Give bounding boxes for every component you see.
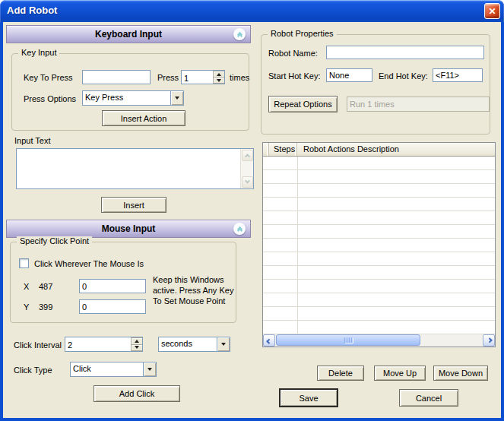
insert-action-button[interactable]: Insert Action <box>102 110 185 126</box>
click-wherever-label: Click Wherever The Mouse Is <box>34 259 144 268</box>
click-interval-input[interactable] <box>65 337 131 351</box>
robot-name-label: Robot Name: <box>268 49 318 58</box>
table-row[interactable] <box>263 280 495 293</box>
cancel-button[interactable]: Cancel <box>399 389 458 407</box>
press-times-input[interactable] <box>182 71 213 84</box>
steps-table-header: Steps Robot Actions Description <box>263 143 495 157</box>
dialog-body: Keyboard Input Key Input Key To Press Pr… <box>3 22 501 418</box>
table-row[interactable] <box>263 266 495 280</box>
times-label: times <box>230 73 249 82</box>
add-robot-dialog: Add Robot ✕ Keyboard Input Key Input Key… <box>0 0 504 421</box>
click-type-select[interactable]: Click <box>70 362 157 377</box>
title-bar: Add Robot ✕ <box>0 0 504 22</box>
input-text-label: Input Text <box>14 136 51 145</box>
close-button[interactable]: ✕ <box>484 3 500 19</box>
scrollbar-track[interactable] <box>275 334 483 347</box>
press-options-label: Press Options <box>24 94 76 103</box>
click-interval-label: Click Interval <box>14 340 62 350</box>
scroll-up-arrow-icon[interactable] <box>242 150 253 161</box>
close-icon: ✕ <box>488 6 496 17</box>
start-hot-key-label: Start Hot Key: <box>268 71 320 81</box>
robot-properties-label: Robot Properties <box>268 29 337 38</box>
dropdown-arrow-icon[interactable] <box>170 91 183 105</box>
x-input[interactable] <box>79 279 146 293</box>
click-type-value: Click <box>71 362 143 376</box>
input-text-area-wrap <box>16 148 254 189</box>
click-type-label: Click Type <box>14 366 52 375</box>
end-hot-key-label: End Hot Key: <box>379 71 428 81</box>
interval-unit-value: seconds <box>159 337 217 351</box>
x-label: X <box>24 282 29 291</box>
scroll-right-arrow-icon[interactable] <box>483 334 495 347</box>
dropdown-arrow-icon[interactable] <box>143 362 156 376</box>
press-options-value: Key Press <box>83 91 170 105</box>
table-row[interactable] <box>263 157 495 170</box>
collapse-panel-icon[interactable] <box>233 223 246 235</box>
mouse-input-header[interactable]: Mouse Input <box>6 220 251 238</box>
input-text-scrollbar[interactable] <box>240 149 253 188</box>
steps-table: Steps Robot Actions Description <box>262 142 496 347</box>
key-to-press-input[interactable] <box>82 70 151 84</box>
move-down-button[interactable]: Move Down <box>433 366 488 381</box>
header-description-column[interactable]: Robot Actions Description <box>297 143 495 156</box>
table-row[interactable] <box>263 252 495 266</box>
spin-up-icon[interactable] <box>131 337 142 345</box>
repeat-summary-field <box>347 97 490 112</box>
spin-down-icon[interactable] <box>213 78 224 84</box>
mouse-input-header-label: Mouse Input <box>102 223 156 234</box>
table-row[interactable] <box>263 170 495 184</box>
window-title: Add Robot <box>7 5 57 16</box>
header-blank-cell <box>263 143 269 156</box>
click-interval-stepper[interactable] <box>65 337 143 352</box>
add-click-button[interactable]: Add Click <box>94 385 180 402</box>
spin-up-icon[interactable] <box>213 71 224 78</box>
table-row[interactable] <box>263 211 495 225</box>
table-row[interactable] <box>263 239 495 252</box>
press-times-stepper[interactable] <box>181 70 225 84</box>
scroll-left-arrow-icon[interactable] <box>263 334 275 347</box>
start-hot-key-input[interactable] <box>326 68 372 82</box>
collapse-panel-icon[interactable] <box>233 28 246 40</box>
press-options-select[interactable]: Key Press <box>82 90 184 106</box>
keyboard-input-header-label: Keyboard Input <box>95 29 162 40</box>
end-hot-key-input[interactable] <box>433 68 483 82</box>
spin-down-icon[interactable] <box>131 345 142 352</box>
save-button[interactable]: Save <box>280 389 338 407</box>
scroll-down-arrow-icon[interactable] <box>242 176 253 188</box>
mouse-point-note: Keep this Windows active. Press Any Key … <box>153 274 238 306</box>
input-text-area[interactable] <box>17 149 239 188</box>
table-row[interactable] <box>263 198 495 211</box>
steps-table-body <box>263 157 495 334</box>
y-coordinate-display: 399 <box>39 302 52 312</box>
table-row[interactable] <box>263 321 495 334</box>
horizontal-scrollbar[interactable] <box>263 334 495 347</box>
delete-button[interactable]: Delete <box>317 366 364 381</box>
specify-click-point-group: Specify Click Point Click Wherever The M… <box>10 242 236 323</box>
interval-unit-select[interactable]: seconds <box>158 337 230 352</box>
specify-click-point-label: Specify Click Point <box>17 236 92 245</box>
move-up-button[interactable]: Move Up <box>374 366 426 381</box>
thumb-grip-icon <box>344 337 353 343</box>
table-row[interactable] <box>263 293 495 307</box>
table-row[interactable] <box>263 307 495 321</box>
dropdown-arrow-icon[interactable] <box>217 337 230 351</box>
header-steps-column[interactable]: Steps <box>269 143 297 156</box>
key-input-group: Key Input Key To Press Press times Press… <box>11 53 249 131</box>
robot-name-input[interactable] <box>326 46 484 59</box>
press-label: Press <box>157 73 179 82</box>
repeat-options-button[interactable]: Repeat Options <box>268 96 338 112</box>
y-label: Y <box>24 302 29 312</box>
scrollbar-thumb[interactable] <box>276 334 420 346</box>
table-row[interactable] <box>263 184 495 198</box>
x-coordinate-display: 487 <box>39 282 52 291</box>
table-row[interactable] <box>263 225 495 239</box>
key-to-press-label: Key To Press <box>24 73 73 82</box>
keyboard-input-header[interactable]: Keyboard Input <box>6 25 251 43</box>
insert-button[interactable]: Insert <box>101 197 166 213</box>
click-wherever-checkbox[interactable] <box>19 258 29 268</box>
key-input-group-label: Key Input <box>18 48 59 57</box>
y-input[interactable] <box>79 299 146 314</box>
robot-properties-group: Robot Properties Robot Name: Start Hot K… <box>261 34 490 135</box>
